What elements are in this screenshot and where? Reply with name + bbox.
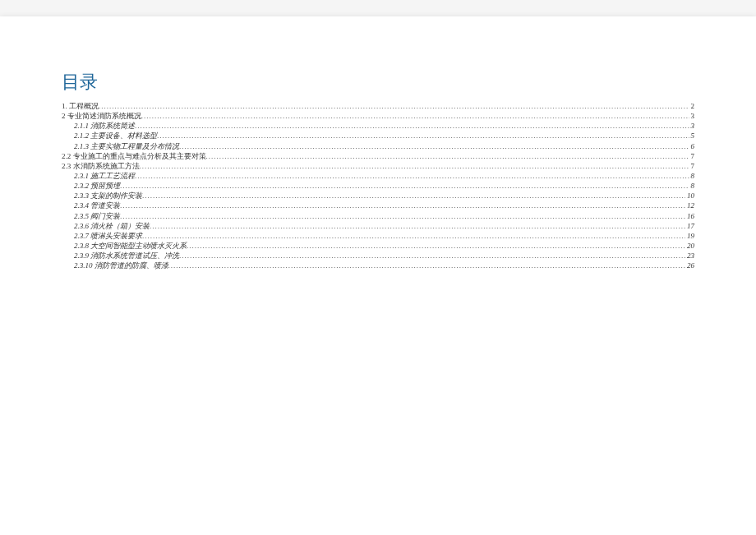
- toc-entry-page: 6: [689, 141, 695, 151]
- toc-entry-page: 16: [685, 211, 694, 221]
- toc-leader-dots: [179, 251, 685, 258]
- toc-entry-label: 2.1.2 主要设备、材料选型: [74, 131, 157, 141]
- toc-entry-label: 2 专业简述消防系统概况: [62, 111, 141, 121]
- toc-entry-page: 5: [689, 131, 695, 141]
- toc-leader-dots: [150, 221, 685, 228]
- toc-entry-label: 1. 工程概况: [62, 101, 99, 111]
- toc-leader-dots: [120, 201, 685, 208]
- toc-entry: 2 专业简述消防系统概况3: [62, 111, 694, 121]
- toc-entry: 2.3.2 预留预埋8: [62, 181, 694, 191]
- toc-entry-page: 7: [689, 161, 695, 171]
- toc-entry-label: 2.3.4 管道安装: [74, 201, 120, 210]
- toc-entry-page: 2: [689, 101, 695, 111]
- toc-entry-label: 2.3.9 消防水系统管道试压、冲洗: [74, 251, 179, 261]
- toc-entry: 2.3.3 支架的制作安装10: [62, 191, 694, 201]
- toc-leader-dots: [99, 101, 689, 108]
- toc-entry: 2.3.9 消防水系统管道试压、冲洗23: [62, 251, 694, 261]
- toc-entry-label: 2.3.8 大空间智能型主动喷水灭火系: [74, 241, 187, 251]
- toc-entry: 2.3.4 管道安装12: [62, 201, 694, 210]
- toc-entry: 2.3 水消防系统施工方法7: [62, 161, 694, 171]
- toc-entry: 2.1.2 主要设备、材料选型5: [62, 131, 694, 141]
- toc-entry-label: 2.3.3 支架的制作安装: [74, 191, 142, 201]
- toc-entry-label: 2.3.10 消防管道的防腐、喷漆: [74, 261, 168, 270]
- toc-entry-page: 17: [685, 221, 694, 231]
- toc-entry: 2.3.6 消火栓（箱）安装17: [62, 221, 694, 231]
- toc-entry: 2.3.7 喷淋头安装要求19: [62, 231, 694, 241]
- toc-entry-label: 2.3 水消防系统施工方法: [62, 161, 140, 171]
- toc-leader-dots: [187, 241, 685, 248]
- toc-list: 1. 工程概况22 专业简述消防系统概况32.1.1 消防系统简述32.1.2 …: [62, 101, 694, 270]
- toc-entry: 2.3.8 大空间智能型主动喷水灭火系20: [62, 241, 694, 251]
- toc-entry-page: 10: [685, 191, 694, 201]
- toc-entry-label: 2.1.3 主要实物工程量及分布情况: [74, 141, 179, 151]
- toc-entry-page: 12: [685, 201, 694, 210]
- document-page: 目录 1. 工程概况22 专业简述消防系统概况32.1.1 消防系统简述32.1…: [0, 16, 756, 535]
- toc-leader-dots: [135, 171, 689, 178]
- toc-entry-label: 2.3.7 喷淋头安装要求: [74, 231, 142, 241]
- toc-leader-dots: [179, 141, 689, 149]
- toc-leader-dots: [206, 151, 689, 159]
- toc-entry-page: 20: [685, 241, 694, 251]
- toc-entry-label: 2.3.1 施工工艺流程: [74, 171, 135, 181]
- toc-entry-page: 8: [689, 181, 695, 191]
- toc-leader-dots: [157, 131, 689, 138]
- toc-entry: 2.2 专业施工的重点与难点分析及其主要对策7: [62, 151, 694, 161]
- toc-leader-dots: [142, 231, 685, 238]
- toc-title: 目录: [62, 70, 694, 95]
- toc-entry: 2.3.5 阀门安装16: [62, 211, 694, 221]
- toc-leader-dots: [120, 211, 685, 219]
- toc-leader-dots: [135, 121, 689, 128]
- toc-leader-dots: [120, 181, 689, 188]
- toc-entry-page: 3: [689, 121, 695, 131]
- toc-entry: 2.3.10 消防管道的防腐、喷漆26: [62, 261, 694, 270]
- toc-entry-label: 2.3.6 消火栓（箱）安装: [74, 221, 150, 231]
- toc-entry-label: 2.2 专业施工的重点与难点分析及其主要对策: [62, 151, 206, 161]
- toc-leader-dots: [140, 161, 689, 168]
- toc-entry-label: 2.3.5 阀门安装: [74, 211, 120, 221]
- toc-entry-page: 23: [685, 251, 694, 261]
- toc-entry: 2.1.3 主要实物工程量及分布情况6: [62, 141, 694, 151]
- toc-entry: 1. 工程概况2: [62, 101, 694, 111]
- toc-entry-label: 2.3.2 预留预埋: [74, 181, 120, 191]
- toc-leader-dots: [142, 191, 685, 198]
- toc-entry-page: 8: [689, 171, 695, 181]
- toc-leader-dots: [141, 111, 689, 118]
- toc-entry-page: 19: [685, 231, 694, 241]
- toc-entry: 2.3.1 施工工艺流程8: [62, 171, 694, 181]
- toc-entry: 2.1.1 消防系统简述3: [62, 121, 694, 131]
- toc-entry-page: 3: [689, 111, 695, 121]
- toc-entry-page: 7: [689, 151, 695, 161]
- toc-leader-dots: [168, 261, 685, 268]
- toc-entry-page: 26: [685, 261, 694, 270]
- toc-entry-label: 2.1.1 消防系统简述: [74, 121, 135, 131]
